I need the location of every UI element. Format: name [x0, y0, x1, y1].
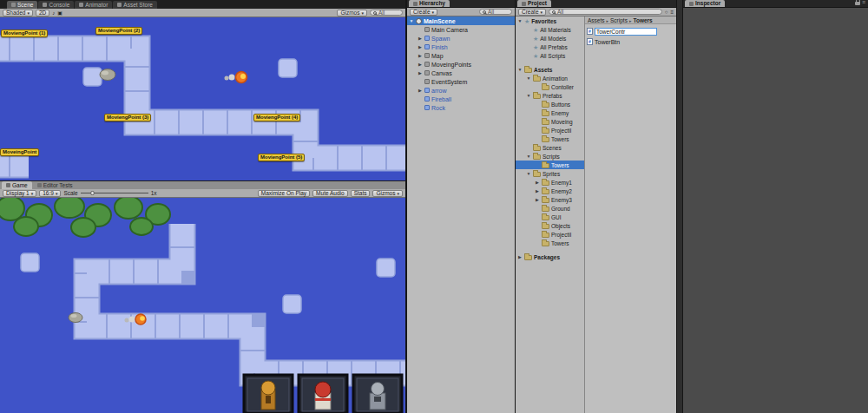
foldout-icon[interactable]	[418, 69, 423, 77]
stats-button[interactable]: Stats	[351, 190, 371, 197]
foldout-icon[interactable]	[526, 74, 531, 82]
hierarchy-item-fireball[interactable]: Fireball	[407, 95, 515, 103]
foldout-icon[interactable]	[526, 169, 531, 178]
foldout-icon[interactable]	[418, 51, 423, 60]
folder-item-prefabs[interactable]: Prefabs	[516, 91, 584, 100]
menu-icon[interactable]: ≡	[670, 9, 674, 16]
moving-point-label-1[interactable]: MoviengPoint (1)	[1, 30, 48, 37]
scene-search-field[interactable]: All	[370, 10, 403, 16]
foldout-icon[interactable]	[517, 252, 523, 261]
tab-editor-tests[interactable]: Editor Tests	[33, 181, 77, 189]
folder-item-packages[interactable]: Packages	[516, 252, 584, 261]
maximize-on-play-button[interactable]: Maximize On Play	[258, 190, 310, 197]
scene-viewport[interactable]: MoviengPoint (1) MoviengPoint (2) Movien…	[0, 17, 405, 180]
asset-item-towercontr[interactable]	[585, 26, 676, 36]
hierarchy-item-main-camera[interactable]: Main Camera	[407, 25, 515, 34]
folder-item-sprites[interactable]: Sprites	[516, 169, 584, 178]
hierarchy-search-field[interactable]: All	[479, 9, 512, 15]
breadcrumb-assets[interactable]: Assets	[588, 17, 605, 23]
foldout-icon[interactable]	[418, 86, 423, 95]
rename-input[interactable]	[595, 28, 657, 36]
create-button[interactable]: Create	[410, 9, 437, 16]
folder-item-objects[interactable]: Objects	[516, 221, 584, 230]
tab-project[interactable]: Project	[517, 0, 551, 7]
search-by-label-icon[interactable]: ○	[665, 9, 668, 16]
project-search-field[interactable]: All	[549, 9, 662, 15]
scale-slider[interactable]	[81, 190, 148, 197]
aspect-ratio-dropdown[interactable]: 16:9	[39, 190, 61, 197]
audio-icon[interactable]: ♪	[52, 10, 55, 16]
folder-item-ground[interactable]: Ground	[516, 204, 584, 213]
folder-item-favorites[interactable]: ★Favorites	[516, 16, 584, 25]
moving-point-label-3[interactable]: MoviengPoint (3)	[104, 114, 151, 121]
foldout-icon[interactable]	[418, 60, 423, 69]
folder-item-all-scripts[interactable]: ★All Scripts	[516, 51, 584, 60]
hierarchy-item-moveingpoints[interactable]: MoveingPoints	[407, 60, 515, 69]
scene-gizmos-dropdown[interactable]: Gizmos	[337, 10, 367, 16]
hierarchy-item-rock[interactable]: Rock	[407, 103, 515, 112]
tab-inspector[interactable]: Inspector	[685, 0, 725, 7]
foldout-icon[interactable]	[418, 43, 423, 51]
breadcrumb-towers[interactable]: Towers	[633, 17, 652, 23]
scrollbar[interactable]	[676, 0, 682, 413]
hierarchy-item-arrow[interactable]: arrow	[407, 86, 515, 95]
folder-item-towers[interactable]: Towers	[516, 134, 584, 143]
folder-item-contoller[interactable]: Contoller	[516, 82, 584, 91]
moving-point-label-2[interactable]: MoviengPoint (2)	[95, 27, 142, 35]
tower-card-3[interactable]	[353, 375, 402, 413]
effects-icon[interactable]: ▣	[57, 10, 62, 16]
folder-item-animation[interactable]: Animation	[516, 74, 584, 82]
foldout-icon[interactable]	[517, 16, 523, 25]
moving-point-label-4[interactable]: MoviengPoint (4)	[253, 114, 300, 121]
tower-card-2[interactable]	[299, 375, 347, 413]
asset-item-towerbtn[interactable]: TowerBtn	[585, 36, 676, 47]
2d-toggle[interactable]: 2D	[36, 10, 49, 16]
tab-game[interactable]: Game	[2, 181, 32, 189]
menu-icon[interactable]	[862, 0, 865, 6]
hierarchy-item-canvas[interactable]: Canvas	[407, 69, 515, 77]
foldout-icon[interactable]	[418, 34, 423, 43]
foldout-icon[interactable]	[535, 178, 540, 187]
mute-audio-button[interactable]: Mute Audio	[312, 190, 348, 197]
tab-hierarchy[interactable]: Hierarchy	[409, 0, 450, 7]
shaded-dropdown[interactable]: Shaded	[3, 10, 33, 16]
folder-item-enemy1[interactable]: Enemy1	[516, 178, 584, 187]
tab-scene[interactable]: Scene	[7, 1, 37, 9]
rock-sprite[interactable]	[100, 69, 115, 81]
foldout-icon[interactable]	[409, 16, 414, 25]
display-dropdown[interactable]: Display 1	[3, 190, 36, 197]
folder-item-buttons[interactable]: Buttons	[516, 100, 584, 108]
tower-card-1[interactable]	[244, 375, 293, 413]
foldout-icon[interactable]	[535, 195, 540, 204]
folder-item-towers[interactable]: Towers	[516, 161, 584, 169]
slider-knob[interactable]	[90, 191, 95, 195]
foldout-icon[interactable]	[526, 91, 531, 100]
foldout-icon[interactable]	[526, 152, 531, 161]
moving-point-label-5[interactable]: MoviengPoint (5)	[258, 154, 305, 161]
moving-point-label-6[interactable]: MoveingPoint	[0, 148, 39, 156]
hierarchy-item-map[interactable]: Map	[407, 51, 515, 60]
hierarchy-item-eventsystem[interactable]: EventSystem	[407, 77, 515, 86]
folder-item-gui[interactable]: GUI	[516, 213, 584, 221]
folder-item-enemy3[interactable]: Enemy3	[516, 195, 584, 204]
folder-item-scenes[interactable]: Scenes	[516, 143, 584, 152]
tab-console[interactable]: Console	[38, 1, 74, 9]
breadcrumb-scripts[interactable]: Scripts	[610, 17, 628, 23]
hierarchy-item-spawn[interactable]: Spawn	[407, 34, 515, 43]
hierarchy-item-finish[interactable]: Finish	[407, 43, 515, 51]
folder-item-projectil[interactable]: Projectil	[516, 126, 584, 134]
folder-item-scripts[interactable]: Scripts	[516, 152, 584, 161]
folder-item-all-prefabs[interactable]: ★All Prefabs	[516, 43, 584, 51]
game-gizmos-dropdown[interactable]: Gizmos	[372, 190, 403, 197]
foldout-icon[interactable]	[517, 65, 523, 74]
tab-asset-store[interactable]: Asset Store	[113, 1, 157, 9]
lock-icon[interactable]	[855, 2, 860, 5]
folder-item-towers[interactable]: Towers	[516, 239, 584, 247]
folder-item-all-models[interactable]: ★All Models	[516, 34, 584, 43]
hierarchy-item-mainscene[interactable]: MainScene	[407, 16, 515, 25]
foldout-icon[interactable]	[535, 187, 540, 195]
folder-item-moveing[interactable]: Moveing	[516, 117, 584, 126]
tab-animator[interactable]: Animator	[75, 1, 112, 9]
create-button[interactable]: Create	[518, 9, 546, 16]
folder-item-enemy[interactable]: Enemy	[516, 108, 584, 117]
